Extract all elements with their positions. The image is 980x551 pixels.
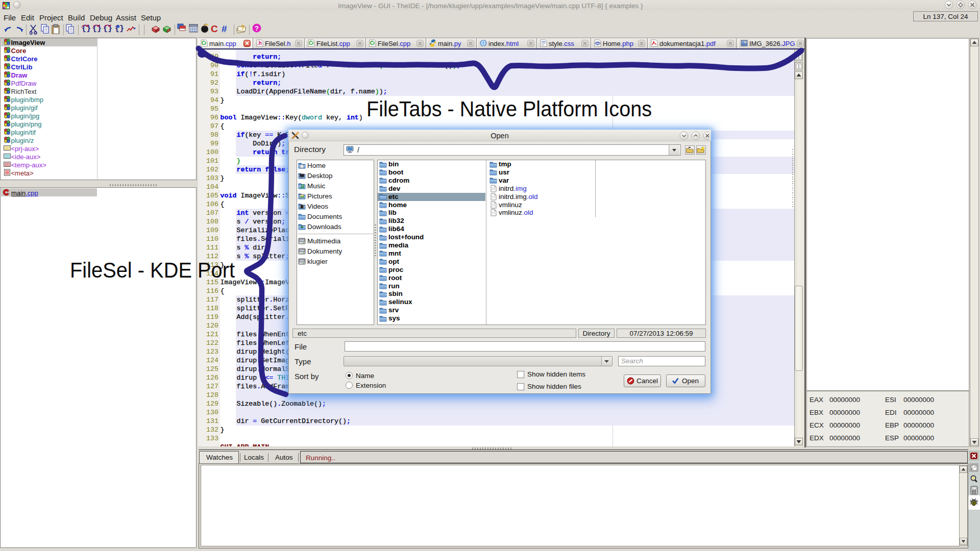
svg-text:C: C — [370, 40, 374, 46]
svg-text:?: ? — [255, 24, 259, 32]
svg-text:C: C — [202, 40, 205, 46]
svg-text:?: ? — [241, 24, 244, 31]
svg-text:#: # — [222, 23, 227, 34]
svg-text:C: C — [211, 23, 218, 34]
svg-text:.h: .h — [257, 40, 262, 46]
svg-text:C: C — [309, 40, 312, 46]
svg-text:php: php — [596, 42, 600, 45]
